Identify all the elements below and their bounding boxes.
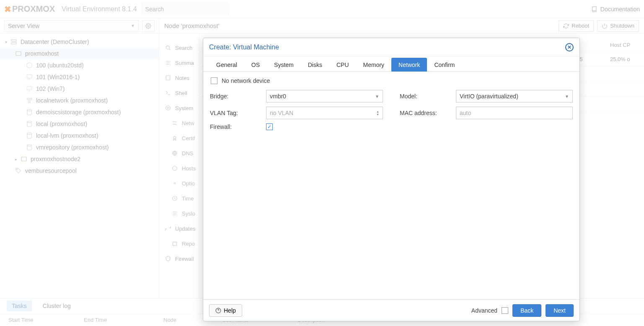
no-network-checkbox[interactable]: [211, 77, 217, 84]
col-host-cpu: Host CP: [610, 42, 640, 48]
refresh-icon: [165, 226, 171, 231]
menu-search[interactable]: Search: [159, 40, 199, 55]
svg-point-9: [27, 109, 32, 111]
documentation-link[interactable]: Documentation: [591, 6, 640, 13]
menu-hosts[interactable]: Hosts: [159, 161, 199, 176]
tree-storage[interactable]: local-lvm (proxmoxhost): [0, 130, 159, 141]
help-icon: [215, 308, 221, 313]
svg-rect-5: [27, 87, 32, 90]
tree-label: vemburesourcepool: [25, 167, 77, 174]
shutdown-button[interactable]: Shutdown: [597, 20, 639, 32]
node-icon: [21, 156, 27, 162]
menu-time[interactable]: Time: [159, 191, 199, 206]
tree-node-proxmoxhostnode2[interactable]: ▸ proxmoxhostnode2: [0, 153, 159, 165]
cube-icon: [26, 62, 33, 69]
tab-cpu[interactable]: CPU: [329, 58, 356, 72]
menu-label: Repo: [182, 241, 195, 247]
view-selector[interactable]: Server View ▼: [4, 20, 139, 32]
global-search-input[interactable]: [141, 3, 229, 15]
tree-network[interactable]: localnetwork (proxmoxhost): [0, 95, 159, 106]
menu-label: Syslo: [182, 210, 195, 217]
note-icon: [165, 75, 171, 81]
database-icon: [26, 132, 33, 139]
close-button[interactable]: ✕: [565, 43, 574, 51]
network-icon: [26, 97, 33, 104]
menu-label: System: [175, 105, 193, 111]
reboot-button[interactable]: Reboot: [559, 20, 594, 32]
help-button[interactable]: Help: [209, 304, 242, 317]
tree-storage[interactable]: vmrepository (proxmoxhost): [0, 141, 159, 153]
search-icon: [165, 45, 171, 51]
clock-icon: [172, 195, 178, 201]
model-label: Model:: [400, 93, 452, 100]
chevron-down-icon: ▼: [131, 23, 135, 28]
menu-syslog[interactable]: Syslo: [159, 206, 199, 221]
next-button[interactable]: Next: [546, 304, 574, 317]
tab-network[interactable]: Network: [391, 58, 427, 72]
globe-icon: [172, 150, 178, 156]
svg-point-0: [147, 25, 149, 27]
menu-label: Summa: [175, 60, 194, 66]
firewall-checkbox[interactable]: ✓: [266, 123, 273, 130]
svg-rect-7: [30, 98, 31, 100]
tree-vm[interactable]: 102 (Win7): [0, 83, 159, 95]
node-icon: [15, 50, 22, 57]
advanced-checkbox[interactable]: [502, 307, 508, 314]
product-version: Virtual Environment 8.1.4: [62, 5, 137, 13]
spinner-icon: ▲▼: [376, 110, 379, 116]
cell-cpu: 25.0% o: [610, 56, 640, 62]
tab-memory[interactable]: Memory: [356, 58, 392, 72]
tree-storage[interactable]: demoiscsistorage (proxmoxhost): [0, 106, 159, 118]
menu-certificates[interactable]: Certif: [159, 131, 199, 146]
tree-node-proxmoxhost[interactable]: proxmoxhost: [0, 48, 159, 59]
menu-summary[interactable]: Summa: [159, 55, 199, 70]
menu-shell[interactable]: Shell: [159, 85, 199, 100]
view-selector-label: Server View: [8, 23, 39, 29]
bridge-select[interactable]: vmbr0 ▼: [266, 90, 383, 103]
tree-pool[interactable]: vemburesourcepool: [0, 165, 159, 177]
menu-firewall[interactable]: Firewall: [159, 251, 199, 266]
menu-options[interactable]: Optio: [159, 176, 199, 191]
menu-system[interactable]: System: [159, 100, 199, 116]
tab-tasks[interactable]: Tasks: [7, 300, 32, 311]
cell-num: 25: [577, 56, 610, 62]
menu-label: Time: [182, 195, 194, 202]
tree-vm[interactable]: 100 (ubuntu20std): [0, 59, 159, 71]
svg-point-17: [167, 107, 169, 109]
tree-datacenter[interactable]: ▾ Datacenter (DemoCluster): [0, 36, 159, 48]
mac-input[interactable]: auto: [456, 107, 573, 119]
menu-network[interactable]: Netw: [159, 116, 199, 131]
svg-point-15: [166, 46, 169, 49]
menu-updates[interactable]: Updates: [159, 221, 199, 236]
tree-vm[interactable]: 101 (Win2016-1): [0, 71, 159, 83]
tree-storage[interactable]: local (proxmoxhost): [0, 118, 159, 130]
vlan-input[interactable]: no VLAN ▲▼: [266, 107, 383, 119]
chevron-down-icon: ▼: [375, 94, 379, 99]
model-select[interactable]: VirtIO (paravirtualized) ▼: [456, 90, 573, 103]
modal-title: Create: Virtual Machine: [209, 44, 279, 51]
svg-point-18: [166, 106, 171, 110]
menu-notes[interactable]: Notes: [159, 70, 199, 85]
menu-dns[interactable]: DNS: [159, 146, 199, 161]
tab-confirm[interactable]: Confirm: [427, 58, 462, 72]
tag-icon: [15, 167, 22, 174]
svg-rect-24: [173, 242, 176, 246]
svg-point-22: [174, 182, 176, 184]
tab-disks[interactable]: Disks: [301, 58, 329, 72]
menu-label: DNS: [182, 150, 193, 157]
swap-icon: [172, 120, 178, 126]
tab-general[interactable]: General: [209, 58, 244, 72]
menu-label: Notes: [175, 75, 189, 81]
mac-label: MAC address:: [400, 110, 452, 116]
close-icon: ✕: [567, 44, 572, 50]
svg-rect-1: [11, 40, 16, 41]
button-label: Reboot: [572, 23, 589, 29]
tab-system[interactable]: System: [267, 58, 301, 72]
tab-os[interactable]: OS: [244, 58, 267, 72]
menu-label: Firewall: [175, 256, 194, 262]
back-button[interactable]: Back: [512, 304, 541, 317]
menu-repositories[interactable]: Repo: [159, 236, 199, 251]
server-icon: [10, 39, 17, 45]
view-settings-button[interactable]: [142, 20, 155, 32]
tab-cluster-log[interactable]: Cluster log: [38, 300, 76, 311]
